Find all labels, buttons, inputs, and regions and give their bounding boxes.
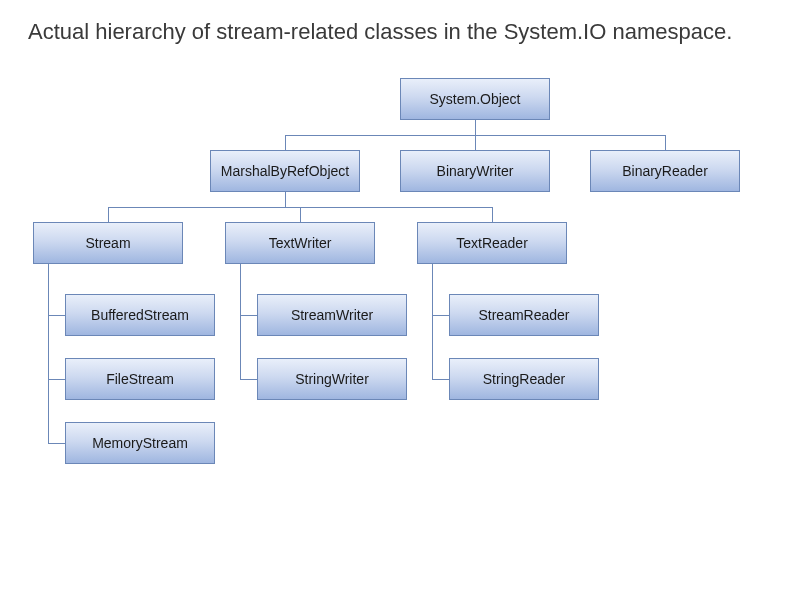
class-box-binarywriter: BinaryWriter <box>400 150 550 192</box>
connector-line <box>48 379 65 380</box>
connector-line <box>432 379 449 380</box>
connector-line <box>108 207 109 222</box>
page-title: Actual hierarchy of stream-related class… <box>28 18 760 47</box>
class-box-streamwriter: StreamWriter <box>257 294 407 336</box>
connector-line <box>240 379 257 380</box>
connector-line <box>432 264 433 379</box>
class-box-bufferedstream: BufferedStream <box>65 294 215 336</box>
class-box-system-object: System.Object <box>400 78 550 120</box>
class-box-marshalbyrefobject: MarshalByRefObject <box>210 150 360 192</box>
connector-line <box>48 315 65 316</box>
class-box-filestream: FileStream <box>65 358 215 400</box>
class-box-streamreader: StreamReader <box>449 294 599 336</box>
connector-line <box>285 135 286 150</box>
class-box-textreader: TextReader <box>417 222 567 264</box>
connector-line <box>240 315 257 316</box>
connector-line <box>285 192 286 207</box>
class-box-stream: Stream <box>33 222 183 264</box>
connector-line <box>432 315 449 316</box>
connector-line <box>475 135 476 150</box>
class-box-stringwriter: StringWriter <box>257 358 407 400</box>
connector-line <box>300 207 301 222</box>
class-box-binaryreader: BinaryReader <box>590 150 740 192</box>
connector-line <box>48 264 49 443</box>
connector-line <box>48 443 65 444</box>
class-box-memorystream: MemoryStream <box>65 422 215 464</box>
connector-line <box>665 135 666 150</box>
connector-line <box>475 120 476 135</box>
connector-line <box>492 207 493 222</box>
class-box-textwriter: TextWriter <box>225 222 375 264</box>
connector-line <box>240 264 241 379</box>
class-box-stringreader: StringReader <box>449 358 599 400</box>
